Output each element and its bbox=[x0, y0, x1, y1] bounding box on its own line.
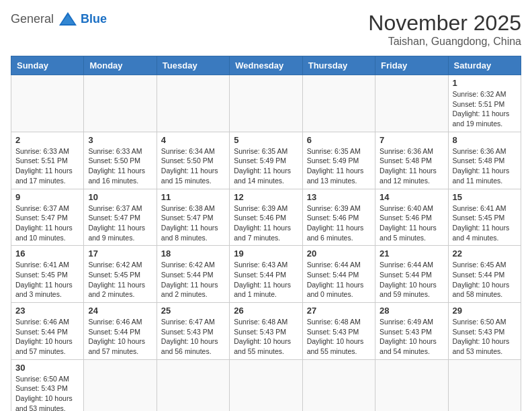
day-info: Sunrise: 6:36 AM Sunset: 5:48 PM Dayligh… bbox=[380, 146, 443, 186]
day-number: 9 bbox=[15, 192, 79, 202]
calendar-header-row: SundayMondayTuesdayWednesdayThursdayFrid… bbox=[11, 56, 521, 75]
calendar-cell: 11Sunrise: 6:38 AM Sunset: 5:47 PM Dayli… bbox=[157, 189, 229, 246]
calendar-cell: 15Sunrise: 6:41 AM Sunset: 5:45 PM Dayli… bbox=[448, 189, 521, 246]
day-number: 1 bbox=[453, 78, 517, 88]
calendar-cell bbox=[84, 75, 157, 132]
calendar-header-friday: Friday bbox=[375, 56, 448, 75]
title-area: November 2025 Taishan, Guangdong, China bbox=[368, 11, 521, 48]
calendar-cell: 10Sunrise: 6:37 AM Sunset: 5:47 PM Dayli… bbox=[84, 189, 157, 246]
logo-icon bbox=[58, 11, 78, 27]
calendar-cell: 19Sunrise: 6:43 AM Sunset: 5:44 PM Dayli… bbox=[230, 246, 302, 303]
day-info: Sunrise: 6:37 AM Sunset: 5:47 PM Dayligh… bbox=[88, 203, 152, 243]
calendar-cell: 17Sunrise: 6:42 AM Sunset: 5:45 PM Dayli… bbox=[84, 246, 157, 303]
day-number: 19 bbox=[234, 248, 298, 259]
day-number: 17 bbox=[88, 248, 152, 259]
calendar-cell: 5Sunrise: 6:35 AM Sunset: 5:49 PM Daylig… bbox=[230, 132, 302, 189]
day-number: 7 bbox=[380, 135, 443, 145]
calendar-week-row: 30Sunrise: 6:50 AM Sunset: 5:43 PM Dayli… bbox=[11, 359, 521, 411]
day-info: Sunrise: 6:41 AM Sunset: 5:45 PM Dayligh… bbox=[453, 203, 517, 243]
day-number: 10 bbox=[88, 192, 152, 202]
calendar-cell bbox=[11, 75, 84, 132]
calendar-week-row: 9Sunrise: 6:37 AM Sunset: 5:47 PM Daylig… bbox=[11, 189, 521, 246]
day-info: Sunrise: 6:48 AM Sunset: 5:43 PM Dayligh… bbox=[307, 317, 371, 357]
day-info: Sunrise: 6:50 AM Sunset: 5:43 PM Dayligh… bbox=[453, 317, 517, 357]
calendar-header-saturday: Saturday bbox=[448, 56, 521, 75]
calendar-cell: 14Sunrise: 6:40 AM Sunset: 5:46 PM Dayli… bbox=[375, 189, 448, 246]
day-number: 30 bbox=[15, 363, 79, 373]
calendar-cell: 23Sunrise: 6:46 AM Sunset: 5:44 PM Dayli… bbox=[11, 303, 84, 360]
calendar-cell bbox=[157, 359, 229, 411]
calendar-cell: 21Sunrise: 6:44 AM Sunset: 5:44 PM Dayli… bbox=[375, 246, 448, 303]
calendar-cell: 3Sunrise: 6:33 AM Sunset: 5:50 PM Daylig… bbox=[84, 132, 157, 189]
header: General Blue November 2025 Taishan, Guan… bbox=[11, 11, 521, 48]
calendar-cell: 16Sunrise: 6:41 AM Sunset: 5:45 PM Dayli… bbox=[11, 246, 84, 303]
day-number: 25 bbox=[161, 306, 225, 316]
day-number: 5 bbox=[234, 135, 298, 145]
calendar-cell: 2Sunrise: 6:33 AM Sunset: 5:51 PM Daylig… bbox=[11, 132, 84, 189]
day-number: 13 bbox=[307, 192, 371, 202]
day-number: 15 bbox=[453, 192, 517, 202]
calendar-week-row: 2Sunrise: 6:33 AM Sunset: 5:51 PM Daylig… bbox=[11, 132, 521, 189]
day-number: 18 bbox=[161, 248, 225, 259]
calendar-week-row: 23Sunrise: 6:46 AM Sunset: 5:44 PM Dayli… bbox=[11, 303, 521, 360]
day-info: Sunrise: 6:44 AM Sunset: 5:44 PM Dayligh… bbox=[380, 260, 443, 300]
calendar-cell bbox=[302, 75, 375, 132]
day-number: 21 bbox=[380, 248, 443, 259]
calendar-cell: 12Sunrise: 6:39 AM Sunset: 5:46 PM Dayli… bbox=[230, 189, 302, 246]
calendar-cell: 27Sunrise: 6:48 AM Sunset: 5:43 PM Dayli… bbox=[302, 303, 375, 360]
day-number: 2 bbox=[15, 135, 79, 145]
month-title: November 2025 bbox=[368, 11, 521, 36]
calendar-cell: 20Sunrise: 6:44 AM Sunset: 5:44 PM Dayli… bbox=[302, 246, 375, 303]
calendar-header-tuesday: Tuesday bbox=[157, 56, 229, 75]
day-number: 24 bbox=[88, 306, 152, 316]
calendar-cell: 30Sunrise: 6:50 AM Sunset: 5:43 PM Dayli… bbox=[11, 359, 84, 411]
day-info: Sunrise: 6:36 AM Sunset: 5:48 PM Dayligh… bbox=[453, 146, 517, 186]
calendar-cell: 25Sunrise: 6:47 AM Sunset: 5:43 PM Dayli… bbox=[157, 303, 229, 360]
day-number: 14 bbox=[380, 192, 443, 202]
calendar-cell: 24Sunrise: 6:46 AM Sunset: 5:44 PM Dayli… bbox=[84, 303, 157, 360]
day-info: Sunrise: 6:44 AM Sunset: 5:44 PM Dayligh… bbox=[307, 260, 371, 300]
day-number: 29 bbox=[453, 306, 517, 316]
day-number: 8 bbox=[453, 135, 517, 145]
calendar-cell bbox=[230, 75, 302, 132]
calendar-cell: 26Sunrise: 6:48 AM Sunset: 5:43 PM Dayli… bbox=[230, 303, 302, 360]
calendar-cell bbox=[448, 359, 521, 411]
day-info: Sunrise: 6:35 AM Sunset: 5:49 PM Dayligh… bbox=[307, 146, 371, 186]
logo-blue-text: Blue bbox=[81, 12, 107, 26]
calendar: SundayMondayTuesdayWednesdayThursdayFrid… bbox=[11, 56, 521, 411]
logo: General Blue bbox=[11, 11, 107, 27]
calendar-cell: 6Sunrise: 6:35 AM Sunset: 5:49 PM Daylig… bbox=[302, 132, 375, 189]
day-number: 6 bbox=[307, 135, 371, 145]
calendar-cell: 18Sunrise: 6:42 AM Sunset: 5:44 PM Dayli… bbox=[157, 246, 229, 303]
day-info: Sunrise: 6:37 AM Sunset: 5:47 PM Dayligh… bbox=[15, 203, 79, 243]
calendar-cell: 4Sunrise: 6:34 AM Sunset: 5:50 PM Daylig… bbox=[157, 132, 229, 189]
calendar-cell bbox=[302, 359, 375, 411]
calendar-cell: 1Sunrise: 6:32 AM Sunset: 5:51 PM Daylig… bbox=[448, 75, 521, 132]
day-info: Sunrise: 6:45 AM Sunset: 5:44 PM Dayligh… bbox=[453, 260, 517, 300]
day-number: 12 bbox=[234, 192, 298, 202]
day-info: Sunrise: 6:39 AM Sunset: 5:46 PM Dayligh… bbox=[234, 203, 298, 243]
day-number: 26 bbox=[234, 306, 298, 316]
location-title: Taishan, Guangdong, China bbox=[368, 36, 521, 48]
day-info: Sunrise: 6:33 AM Sunset: 5:50 PM Dayligh… bbox=[88, 146, 152, 186]
day-info: Sunrise: 6:41 AM Sunset: 5:45 PM Dayligh… bbox=[15, 260, 79, 300]
day-info: Sunrise: 6:50 AM Sunset: 5:43 PM Dayligh… bbox=[15, 374, 79, 411]
day-info: Sunrise: 6:48 AM Sunset: 5:43 PM Dayligh… bbox=[234, 317, 298, 357]
day-info: Sunrise: 6:38 AM Sunset: 5:47 PM Dayligh… bbox=[161, 203, 225, 243]
day-number: 23 bbox=[15, 306, 79, 316]
day-number: 3 bbox=[88, 135, 152, 145]
day-info: Sunrise: 6:43 AM Sunset: 5:44 PM Dayligh… bbox=[234, 260, 298, 300]
day-number: 4 bbox=[161, 135, 225, 145]
calendar-cell: 8Sunrise: 6:36 AM Sunset: 5:48 PM Daylig… bbox=[448, 132, 521, 189]
day-info: Sunrise: 6:35 AM Sunset: 5:49 PM Dayligh… bbox=[234, 146, 298, 186]
calendar-header-thursday: Thursday bbox=[302, 56, 375, 75]
day-info: Sunrise: 6:32 AM Sunset: 5:51 PM Dayligh… bbox=[453, 89, 517, 129]
calendar-header-monday: Monday bbox=[84, 56, 157, 75]
day-info: Sunrise: 6:47 AM Sunset: 5:43 PM Dayligh… bbox=[161, 317, 225, 357]
day-info: Sunrise: 6:39 AM Sunset: 5:46 PM Dayligh… bbox=[307, 203, 371, 243]
calendar-cell bbox=[230, 359, 302, 411]
day-number: 27 bbox=[307, 306, 371, 316]
calendar-cell: 13Sunrise: 6:39 AM Sunset: 5:46 PM Dayli… bbox=[302, 189, 375, 246]
calendar-cell: 9Sunrise: 6:37 AM Sunset: 5:47 PM Daylig… bbox=[11, 189, 84, 246]
calendar-header-wednesday: Wednesday bbox=[230, 56, 302, 75]
